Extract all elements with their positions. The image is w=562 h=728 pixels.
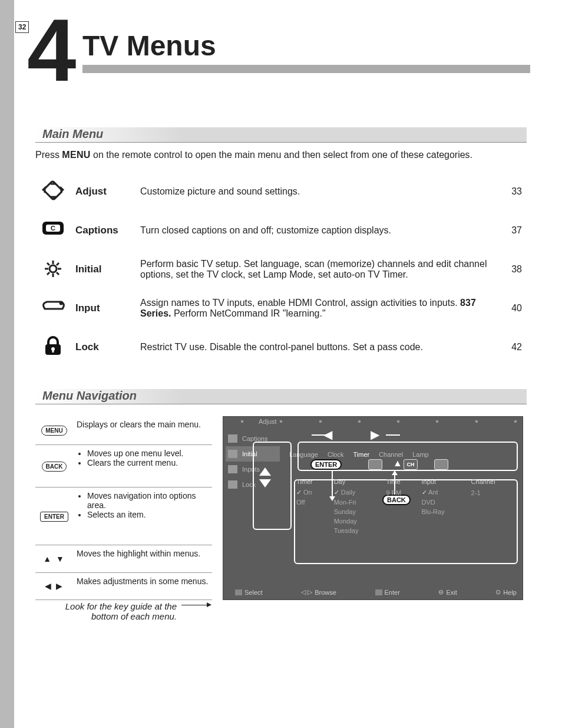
tv-col-header: Day bbox=[332, 476, 384, 487]
tv-content-table: Timer Day Time Input Channel On Daily 9 … bbox=[294, 476, 520, 535]
keyguide-arrow bbox=[181, 605, 211, 605]
tv-cell: 2-1 bbox=[469, 487, 520, 498]
nav-desc: Displays or clears the main menu. bbox=[73, 416, 212, 445]
svg-point-4 bbox=[49, 265, 57, 272]
menu-name: Input bbox=[71, 289, 135, 328]
menu-name: Lock bbox=[71, 328, 135, 367]
updown-icon bbox=[235, 589, 242, 595]
tv-top-tab: Adjust bbox=[259, 418, 277, 425]
back-button-icon: BACK bbox=[42, 462, 67, 472]
lamp-subtab-icon bbox=[434, 459, 448, 470]
main-menu-intro: Press MENU on the remote control to open… bbox=[35, 150, 527, 160]
menu-name: Adjust bbox=[71, 172, 135, 211]
svg-text:C: C bbox=[51, 225, 55, 232]
tv-top-dots bbox=[241, 420, 517, 426]
menu-desc: Assign names to TV inputs, enable HDMI C… bbox=[135, 289, 497, 328]
lock-icon bbox=[228, 480, 237, 489]
keyguide-label: Exit bbox=[446, 589, 457, 596]
captions-icon bbox=[228, 434, 237, 443]
nav-desc-item: Moves up one menu level. bbox=[87, 449, 209, 458]
menu-desc: Perform basic TV setup. Set language, sc… bbox=[135, 250, 497, 289]
menu-desc: Turn closed captions on and off; customi… bbox=[135, 211, 497, 250]
svg-point-5 bbox=[60, 302, 62, 304]
enter-button-icon: ENTER bbox=[40, 512, 68, 522]
nav-desc-item: Moves navigation into options area. bbox=[87, 491, 209, 510]
chapter-title: TV Menus bbox=[82, 29, 216, 62]
leftright-icon: ◁ ▷ bbox=[301, 588, 312, 596]
adjust-icon bbox=[40, 180, 66, 200]
keyguide-label: Select bbox=[244, 589, 263, 596]
nav-row-updown: ▲ ▼ Moves the highlight within menus. bbox=[35, 545, 212, 572]
menu-name: Initial bbox=[71, 250, 135, 289]
initial-icon bbox=[228, 450, 237, 458]
nav-desc: Moves the highlight within menus. bbox=[73, 545, 212, 572]
nav-desc-item: Clears the current menu. bbox=[87, 458, 209, 467]
channel-subtab-icon: CH bbox=[404, 459, 418, 470]
keyguide-browse: ◁ ▷Browse bbox=[301, 588, 336, 596]
nav-desc-item: Selects an item. bbox=[87, 510, 209, 519]
tv-col-header: Input bbox=[419, 476, 469, 487]
tv-cell: Tuesday bbox=[332, 526, 384, 535]
nav-desc: Makes adjustments in some menus. bbox=[73, 572, 212, 599]
initial-icon bbox=[40, 258, 66, 278]
navigation-table: MENU Displays or clears the main menu. B… bbox=[35, 416, 212, 600]
input-icon bbox=[228, 465, 237, 473]
right-arrow-line bbox=[386, 434, 400, 436]
clock-subtab-icon bbox=[368, 459, 382, 470]
menu-page: 37 bbox=[497, 211, 527, 250]
enter-icon bbox=[375, 589, 382, 595]
keyguide-select: Select bbox=[235, 589, 263, 596]
tv-cell: Blu-Ray bbox=[419, 507, 469, 516]
main-menu-header: Main Menu bbox=[35, 127, 527, 143]
tv-col-header: Timer bbox=[294, 476, 332, 487]
lock-icon bbox=[40, 336, 66, 356]
menu-navigation-header: Menu Navigation bbox=[35, 389, 527, 404]
menu-page: 42 bbox=[497, 328, 527, 367]
updown-arrows-icon: ▲ ▼ bbox=[43, 554, 65, 564]
main-menu-section: Main Menu Press MENU on the remote contr… bbox=[35, 127, 527, 367]
input-icon bbox=[40, 297, 66, 317]
help-icon: ⊙ bbox=[495, 588, 501, 596]
menu-page: 33 bbox=[497, 172, 527, 211]
menu-row-captions: C Captions Turn closed captions on and o… bbox=[35, 211, 527, 250]
enter-overlay-label: ENTER bbox=[310, 459, 342, 470]
keyguide-enter: Enter bbox=[375, 589, 400, 596]
updown-arrow-overlay bbox=[256, 467, 274, 487]
tv-col-header: Time bbox=[384, 476, 419, 487]
tv-cell: Sunday bbox=[332, 507, 384, 516]
left-arrow-icon: ◀ bbox=[323, 427, 332, 442]
keyguide-label: Help bbox=[503, 589, 517, 596]
menu-desc: Restrict TV use. Disable the control-pan… bbox=[135, 328, 497, 367]
menu-desc: Customize picture and sound settings. bbox=[135, 172, 497, 211]
menu-page: 38 bbox=[497, 250, 527, 289]
menu-row-adjust: Adjust Customize picture and sound setti… bbox=[35, 172, 527, 211]
menu-page: 40 bbox=[497, 289, 527, 328]
svg-rect-8 bbox=[52, 350, 54, 353]
right-arrow-icon: ▶ bbox=[371, 427, 379, 442]
nav-row-enter: ENTER Moves navigation into options area… bbox=[35, 487, 212, 545]
exit-icon: ⊖ bbox=[438, 588, 444, 596]
tv-cell: Daily bbox=[332, 487, 384, 498]
intro-pre: Press bbox=[35, 150, 62, 160]
keyguide-label: Enter bbox=[385, 589, 400, 596]
keyguide-note: Look for the key guide at the bottom of … bbox=[59, 601, 177, 621]
up-arrow-icon: ▲ bbox=[393, 458, 402, 469]
menu-navigation-section: Menu Navigation MENU Displays or clears … bbox=[35, 389, 527, 600]
tv-menu-screenshot: Adjust Captions Initial Inputs Lock Lang… bbox=[223, 416, 523, 600]
menu-name: Captions bbox=[71, 211, 135, 250]
nav-row-leftright: ◀ ▶ Makes adjustments in some menus. bbox=[35, 572, 212, 599]
tv-cell: DVD bbox=[419, 498, 469, 507]
tv-keyguide-bar: Select ◁ ▷Browse Enter ⊖Exit ⊙Help bbox=[235, 588, 517, 596]
title-underline bbox=[82, 65, 530, 73]
tv-cell: Off bbox=[294, 498, 332, 507]
tv-cell: Mon-Fri bbox=[332, 498, 384, 507]
leftright-arrows-icon: ◀ ▶ bbox=[45, 581, 64, 591]
input-desc-post: Perform NetCommand IR "learning." bbox=[171, 308, 325, 318]
page-left-band bbox=[0, 0, 14, 728]
tv-cell: Ant bbox=[419, 487, 469, 498]
menu-row-lock: Lock Restrict TV use. Disable the contro… bbox=[35, 328, 527, 367]
tv-col-header: Channel bbox=[469, 476, 520, 487]
tv-cell: 9 PM bbox=[384, 487, 419, 498]
input-desc-pre: Assign names to TV inputs, enable HDMI C… bbox=[140, 298, 460, 308]
tv-cell: On bbox=[294, 487, 332, 498]
